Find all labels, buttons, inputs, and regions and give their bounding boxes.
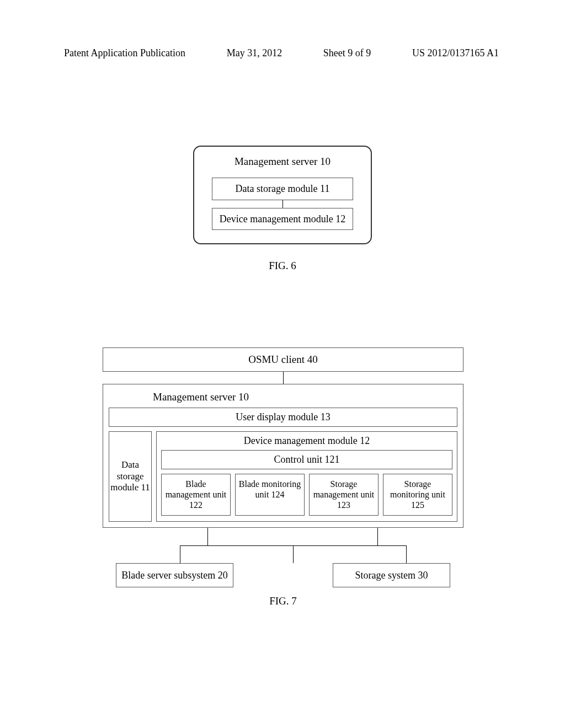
connector-line [180,545,180,563]
control-unit-box: Control unit 121 [161,450,452,469]
storage-system-box: Storage system 30 [333,563,450,588]
management-server-box: Management server 10 Data storage module… [193,146,372,244]
connector-line [406,545,407,563]
storage-management-unit-box: Storage management unit 123 [309,474,379,516]
connector-network [103,528,463,563]
page-header: Patent Application Publication May 31, 2… [0,47,565,59]
device-management-module-title: Device management module 12 [161,435,452,450]
header-publication: Patent Application Publication [64,47,185,59]
data-storage-module-box: Data storage module 11 [109,431,152,522]
device-management-module-box: Device management module 12 [212,208,353,231]
header-sheet: Sheet 9 of 9 [323,47,371,59]
blade-server-subsystem-box: Blade server subsystem 20 [116,563,233,588]
blade-management-unit-box: Blade management unit 122 [161,474,231,516]
figure-7-caption: FIG. 7 [103,595,463,607]
blade-monitoring-unit-box: Blade monitoring unit 124 [235,474,305,516]
connector-line [207,528,208,545]
header-number: US 2012/0137165 A1 [412,47,499,59]
figure-6: Management server 10 Data storage module… [193,146,372,272]
connector-line [377,528,378,545]
management-server-title: Management server 10 [207,152,358,178]
connector-line [293,545,294,563]
connector-line [282,200,283,208]
device-management-module-box: Device management module 12 Control unit… [156,431,457,522]
modules-row: Data storage module 11 Device management… [109,431,457,522]
data-storage-module-box: Data storage module 11 [212,178,353,200]
osmu-client-box: OSMU client 40 [103,347,463,372]
figure-6-caption: FIG. 6 [193,260,372,272]
management-server-title: Management server 10 [109,389,457,408]
header-date: May 31, 2012 [227,47,282,59]
connector-line [283,372,284,384]
management-server-box: Management server 10 User display module… [103,384,463,528]
user-display-module-box: User display module 13 [109,408,457,427]
figure-7: OSMU client 40 Management server 10 User… [103,347,463,607]
storage-monitoring-unit-box: Storage monitoring unit 125 [383,474,452,516]
units-row: Blade management unit 122 Blade monitori… [161,474,452,516]
subsystems-row: Blade server subsystem 20 Storage system… [103,563,463,588]
